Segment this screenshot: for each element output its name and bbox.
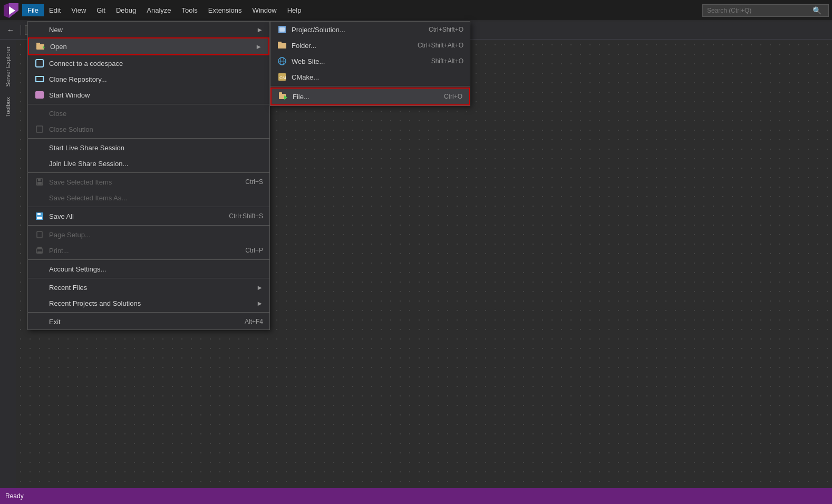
menu-item-save-all[interactable]: Save All Ctrl+Shift+S xyxy=(28,208,269,224)
menu-git[interactable]: Git xyxy=(91,4,111,16)
separator-3 xyxy=(28,172,269,173)
new-label: New xyxy=(49,26,252,34)
toolbar-sep-1 xyxy=(21,25,21,35)
project-solution-icon xyxy=(277,24,287,35)
project-solution-label: Project/Solution... xyxy=(292,26,429,34)
sidebar-tab-toolbox[interactable]: Toolbox xyxy=(4,93,12,121)
svg-rect-31 xyxy=(279,92,282,94)
save-selected-icon xyxy=(34,177,45,187)
live-share-icon xyxy=(34,142,45,153)
separator-8 xyxy=(28,312,269,313)
menu-item-account-settings[interactable]: Account Settings... xyxy=(28,261,269,277)
search-input[interactable] xyxy=(707,7,812,14)
menu-edit[interactable]: Edit xyxy=(44,4,66,16)
close-solution-icon xyxy=(34,124,45,134)
website-icon xyxy=(277,56,287,66)
menu-item-open[interactable]: Open ► xyxy=(28,37,269,55)
separator-7 xyxy=(28,278,269,278)
menu-item-join-live-share[interactable]: Join Live Share Session... xyxy=(28,156,269,171)
file-open-icon xyxy=(278,91,288,102)
open-icon xyxy=(35,41,46,52)
menu-item-exit[interactable]: Exit Alt+F4 xyxy=(28,314,269,329)
account-settings-label: Account Settings... xyxy=(49,265,263,273)
svg-rect-19 xyxy=(37,247,42,249)
svg-rect-13 xyxy=(38,179,41,181)
svg-rect-23 xyxy=(278,43,286,49)
website-label: Web Site... xyxy=(292,57,431,65)
search-icon: 🔍 xyxy=(812,6,821,15)
submenu-project-solution[interactable]: Project/Solution... Ctrl+Shift+O xyxy=(270,22,470,37)
print-shortcut: Ctrl+P xyxy=(245,247,263,254)
menu-item-clone-repo[interactable]: Clone Repository... xyxy=(28,71,269,87)
page-setup-icon xyxy=(34,229,45,240)
search-box[interactable]: 🔍 xyxy=(702,4,829,17)
join-live-share-icon xyxy=(34,158,45,169)
menubar: File Edit View Git Debug Analyze Tools E… xyxy=(0,0,832,21)
print-icon xyxy=(34,245,45,256)
svg-rect-8 xyxy=(36,43,40,45)
recent-files-label: Recent Files xyxy=(49,284,252,292)
menu-item-new[interactable]: New ► xyxy=(28,22,269,37)
codespace-icon xyxy=(34,58,45,69)
save-selected-shortcut: Ctrl+S xyxy=(245,178,263,186)
submenu-cmake[interactable]: CM CMake... xyxy=(270,69,470,85)
menu-item-print[interactable]: Print... Ctrl+P xyxy=(28,243,269,258)
new-arrow: ► xyxy=(256,26,263,34)
svg-rect-17 xyxy=(37,231,42,238)
menu-help[interactable]: Help xyxy=(282,4,307,16)
submenu-folder[interactable]: Folder... Ctrl+Shift+Alt+O xyxy=(270,37,470,53)
save-selected-as-icon xyxy=(34,192,45,203)
recent-projects-label: Recent Projects and Solutions xyxy=(49,299,252,307)
save-all-icon xyxy=(34,211,45,221)
exit-shortcut: Alt+F4 xyxy=(245,318,263,325)
svg-rect-22 xyxy=(279,27,285,32)
submenu-file[interactable]: File... Ctrl+O xyxy=(270,88,470,105)
join-live-share-label: Join Live Share Session... xyxy=(49,160,263,168)
menu-tools[interactable]: Tools xyxy=(177,4,203,16)
menu-item-save-selected[interactable]: Save Selected Items Ctrl+S xyxy=(28,174,269,190)
menu-debug[interactable]: Debug xyxy=(111,4,141,16)
svg-text:CM: CM xyxy=(279,75,286,80)
open-arrow: ► xyxy=(255,43,262,51)
menu-item-close[interactable]: Close xyxy=(28,105,269,121)
cmake-label: CMake... xyxy=(292,73,463,81)
menu-item-page-setup[interactable]: Page Setup... xyxy=(28,227,269,243)
menu-file[interactable]: File xyxy=(22,4,44,16)
recent-projects-icon xyxy=(34,298,45,308)
folder-label: Folder... xyxy=(292,42,418,50)
svg-rect-10 xyxy=(36,126,43,132)
menu-window[interactable]: Window xyxy=(247,4,282,16)
separator-4 xyxy=(28,207,269,207)
live-share-label: Start Live Share Session xyxy=(49,144,263,152)
save-selected-label: Save Selected Items xyxy=(49,178,245,186)
menu-item-save-selected-as[interactable]: Save Selected Items As... xyxy=(28,190,269,206)
menu-item-live-share[interactable]: Start Live Share Session xyxy=(28,140,269,156)
svg-rect-12 xyxy=(37,182,42,185)
folder-icon xyxy=(277,40,287,51)
menu-item-recent-projects[interactable]: Recent Projects and Solutions ► xyxy=(28,295,269,311)
cmake-icon: CM xyxy=(277,72,287,82)
menu-item-close-solution[interactable]: Close Solution xyxy=(28,121,269,137)
menu-analyze[interactable]: Analyze xyxy=(141,4,176,16)
sidebar-tab-server-explorer[interactable]: Server Explorer xyxy=(4,42,12,91)
recent-files-icon xyxy=(34,282,45,293)
menu-view[interactable]: View xyxy=(66,4,91,16)
svg-rect-15 xyxy=(37,217,42,219)
open-label: Open xyxy=(50,43,251,51)
separator-1 xyxy=(28,104,269,104)
close-solution-label: Close Solution xyxy=(49,125,263,133)
svg-rect-20 xyxy=(37,251,42,254)
open-submenu: Project/Solution... Ctrl+Shift+O Folder.… xyxy=(270,21,470,106)
menu-item-connect-codespace[interactable]: Connect to a codespace xyxy=(28,55,269,71)
ready-label: Ready xyxy=(5,492,24,500)
submenu-separator-1 xyxy=(270,86,470,86)
menu-extensions[interactable]: Extensions xyxy=(203,4,247,16)
status-bar: Ready xyxy=(0,488,832,504)
menu-item-start-window[interactable]: Start Window xyxy=(28,87,269,103)
file-open-label: File... xyxy=(293,93,444,101)
save-all-label: Save All xyxy=(49,212,229,220)
menu-item-recent-files[interactable]: Recent Files ► xyxy=(28,279,269,295)
submenu-website[interactable]: Web Site... Shift+Alt+O xyxy=(270,53,470,69)
start-window-label: Start Window xyxy=(49,91,263,99)
back-button[interactable]: ← xyxy=(4,24,17,36)
